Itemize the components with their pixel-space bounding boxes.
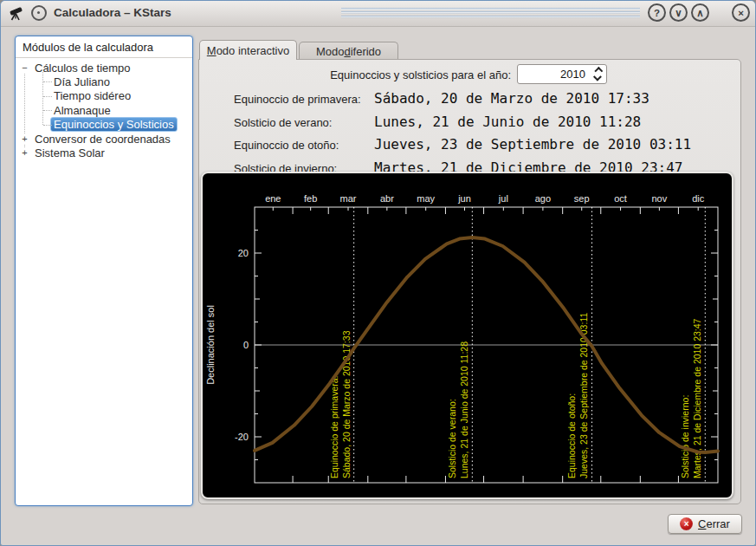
tree-item-dia-juliano[interactable]: Día Juliano — [16, 75, 192, 88]
tab-modo-diferido[interactable]: Modo diferido — [299, 42, 398, 60]
year-value[interactable]: 2010 — [518, 68, 590, 81]
tree-item-tiempo-sidereo[interactable]: Tiempo sidéreo — [16, 89, 192, 103]
svg-text:jun: jun — [457, 193, 471, 204]
spring-equinox-value: Sábado, 20 de Marzo de 2010 17:33 — [374, 90, 649, 107]
svg-text:Lunes, 21 de Junio de 2010 11:: Lunes, 21 de Junio de 2010 11:28 — [459, 341, 469, 478]
tree-item-sistema-solar[interactable]: + Sistema Solar — [16, 146, 192, 159]
svg-text:may: may — [417, 193, 435, 204]
svg-text:mar: mar — [340, 193, 357, 204]
titlebar: Calculadora – KStars ? ∨ ∧ × — [1, 1, 755, 27]
svg-text:dic: dic — [692, 193, 705, 204]
svg-text:Equinoccio de otoño:: Equinoccio de otoño: — [566, 393, 577, 478]
window-title: Calculadora – KStars — [54, 6, 171, 19]
declination-chart: enefebmarabrmayjunjulagosepoctnovdic200-… — [203, 173, 732, 497]
svg-text:Martes, 21 de Diciembre de 201: Martes, 21 de Diciembre de 2010 23:47 — [692, 318, 702, 478]
svg-text:nov: nov — [652, 193, 668, 204]
calculator-modules-panel: Módulos de la calculadora − Cálculos de … — [15, 36, 193, 506]
svg-text:20: 20 — [238, 248, 249, 258]
svg-text:Solsticio de invierno:: Solsticio de invierno: — [680, 395, 690, 478]
svg-text:sep: sep — [574, 193, 590, 204]
close-button-label: Cerrar — [698, 517, 730, 530]
svg-text:Solsticio de verano:: Solsticio de verano: — [447, 399, 457, 478]
expand-expander-icon[interactable]: + — [20, 134, 29, 144]
modules-header: Módulos de la calculadora — [16, 36, 192, 58]
selected-tree-item: Equinoccios y Solsticios — [50, 117, 178, 132]
interactive-mode-pane: Equinoccios y solsticios para el año: 20… — [198, 59, 741, 504]
tree-item-conversor-de-coordenadas[interactable]: + Conversor de coordenadas — [16, 132, 192, 146]
summer-solstice-value: Lunes, 21 de Junio de 2010 11:28 — [374, 114, 641, 130]
autumn-equinox-label: Equinoccio de otoño: — [234, 138, 339, 153]
year-spinbox[interactable]: 2010 — [517, 64, 607, 84]
svg-text:oct: oct — [614, 193, 627, 204]
year-label: Equinoccios y solsticios para el año: — [199, 68, 511, 81]
close-dialog-button[interactable]: × Cerrar — [668, 514, 742, 534]
svg-text:Equinoccio de primavera:: Equinoccio de primavera: — [329, 376, 339, 478]
summer-solstice-label: Solsticio de verano: — [234, 115, 332, 131]
svg-text:ene: ene — [265, 193, 281, 204]
spin-arrows — [590, 67, 606, 82]
kstars-calculator-window: Calculadora – KStars ? ∨ ∧ × Módulos de … — [0, 0, 756, 546]
tree-item-calculos-de-tiempo[interactable]: − Cálculos de tiempo — [16, 61, 192, 75]
tree-item-equinoccios-y-solsticios[interactable]: Equinoccios y Solsticios — [16, 118, 192, 132]
window-menu-button[interactable] — [31, 5, 47, 21]
svg-text:0: 0 — [243, 340, 249, 350]
collapse-expander-icon[interactable]: − — [20, 63, 29, 73]
declination-chart-frame: enefebmarabrmayjunjulagosepoctnovdic200-… — [201, 172, 733, 499]
maximize-button[interactable]: ∧ — [691, 3, 709, 22]
help-button[interactable]: ? — [648, 3, 666, 22]
tree-item-almanaque[interactable]: Almanaque — [16, 103, 192, 117]
close-window-button[interactable]: × — [732, 3, 750, 22]
modules-tree: − Cálculos de tiempo Día Juliano Tiempo … — [16, 58, 192, 160]
svg-text:ago: ago — [535, 193, 551, 204]
svg-text:feb: feb — [304, 193, 317, 204]
svg-text:jul: jul — [498, 193, 508, 204]
svg-text:-20: -20 — [235, 432, 249, 442]
spring-equinox-label: Equinoccio de primavera: — [234, 92, 361, 107]
kstars-telescope-icon — [8, 4, 25, 22]
titlebar-stripes — [341, 8, 640, 19]
expand-expander-icon[interactable]: + — [20, 148, 29, 158]
tab-modo-interactivo[interactable]: Modo interactivo — [199, 40, 297, 60]
svg-text:abr: abr — [380, 193, 394, 204]
svg-text:Declinación del sol: Declinación del sol — [205, 305, 216, 385]
close-red-circle-icon: × — [680, 517, 693, 530]
shade-button[interactable]: ∨ — [669, 3, 688, 22]
autumn-equinox-value: Jueves, 23 de Septiembre de 2010 03:11 — [374, 136, 691, 153]
